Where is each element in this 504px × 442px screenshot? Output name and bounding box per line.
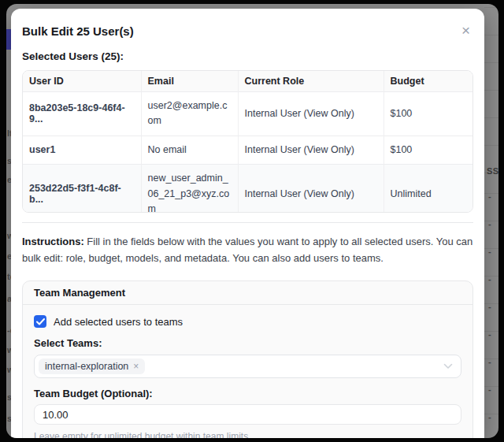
- budget-cell: Unlimited: [384, 165, 472, 213]
- team-budget-input[interactable]: [34, 404, 461, 425]
- backdrop-cell-fragment: -: [488, 412, 491, 422]
- table-header-row: User ID Email Current Role Budget: [23, 71, 472, 92]
- table-row: 253d22d5-f3f1-4c8f-b... new_user_admin_0…: [23, 165, 472, 213]
- bulk-edit-users-modal: Bulk Edit 25 User(s) × Selected Users (2…: [11, 9, 484, 438]
- team-tag-label: internal-exploration: [45, 361, 128, 372]
- select-teams-label: Select Teams:: [34, 337, 461, 349]
- column-header-budget: Budget: [384, 71, 472, 92]
- app-window: lt se er w er te ar -q w w st st SS - - …: [6, 4, 498, 438]
- modal-header: Bulk Edit 25 User(s) ×: [22, 21, 473, 39]
- budget-cell: $100: [384, 92, 472, 136]
- screenshot-frame: lt se er w er te ar -q w w st st SS - - …: [0, 0, 504, 442]
- backdrop-cell-fragment: -: [488, 302, 491, 311]
- backdrop-cell-fragment: -: [488, 219, 491, 228]
- team-management-title: Team Management: [23, 281, 472, 305]
- email-cell: No email: [141, 136, 238, 164]
- budget-cell: $100: [384, 136, 472, 164]
- instructions-label: Instructions:: [22, 236, 84, 247]
- selected-users-label: Selected Users (25):: [22, 50, 473, 62]
- backdrop-cell-fragment: -: [488, 191, 491, 201]
- column-header-current-role: Current Role: [238, 71, 384, 92]
- backdrop-cell-fragment: -: [488, 274, 491, 284]
- backdrop-cell-fragment: -: [488, 384, 491, 394]
- selected-users-table[interactable]: User ID Email Current Role Budget 8ba203…: [22, 70, 473, 213]
- user-id-cell: 253d22d5-f3f1-4c8f-b...: [23, 165, 141, 213]
- remove-tag-icon[interactable]: ×: [133, 361, 139, 372]
- checkbox-label[interactable]: Add selected users to teams: [54, 316, 183, 328]
- instructions-body: Fill in the fields below with the values…: [22, 236, 472, 264]
- column-header-user-id: User ID: [23, 71, 141, 92]
- column-header-email: Email: [141, 71, 238, 92]
- table-row: 8ba203e5-18c9-46f4-9... user2@example.co…: [23, 92, 472, 136]
- role-cell: Internal User (View Only): [238, 136, 384, 164]
- divider: [22, 222, 473, 223]
- close-icon: ×: [461, 22, 470, 39]
- backdrop-column-header-fragment: SS: [487, 166, 498, 176]
- table-row: user1 No email Internal User (View Only)…: [23, 136, 472, 164]
- chevron-down-icon: [443, 363, 453, 370]
- email-cell: new_user_admin_06_21_p3@xyz.com: [141, 165, 238, 213]
- select-teams-dropdown[interactable]: internal-exploration ×: [34, 355, 461, 378]
- team-budget-label: Team Budget (Optional):: [34, 388, 461, 399]
- checkmark-icon: [36, 318, 45, 325]
- team-management-body: Add selected users to teams Select Teams…: [23, 305, 472, 438]
- dimmed-page-right-edge: SS - - - - - - - - -: [484, 4, 498, 438]
- email-cell: user2@example.com: [141, 92, 238, 136]
- role-cell: Internal User (View Only): [238, 165, 384, 213]
- add-users-to-teams-checkbox-row[interactable]: Add selected users to teams: [34, 315, 461, 328]
- close-button[interactable]: ×: [458, 21, 473, 39]
- budget-helper-text: Leave empty for unlimited budget within …: [34, 431, 461, 438]
- backdrop-cell-fragment: -: [488, 329, 491, 339]
- backdrop-cell-fragment: -: [488, 247, 491, 256]
- add-users-to-teams-checkbox[interactable]: [34, 315, 46, 328]
- user-id-cell: 8ba203e5-18c9-46f4-9...: [23, 92, 141, 136]
- role-cell: Internal User (View Only): [238, 92, 384, 136]
- team-management-card: Team Management Add selected users to te…: [22, 280, 473, 438]
- team-tag: internal-exploration ×: [39, 358, 145, 374]
- backdrop-cell-fragment: -: [488, 357, 491, 366]
- instructions-text: Instructions: Fill in the fields below w…: [22, 233, 473, 266]
- modal-title: Bulk Edit 25 User(s): [22, 21, 134, 38]
- user-id-cell: user1: [23, 136, 141, 164]
